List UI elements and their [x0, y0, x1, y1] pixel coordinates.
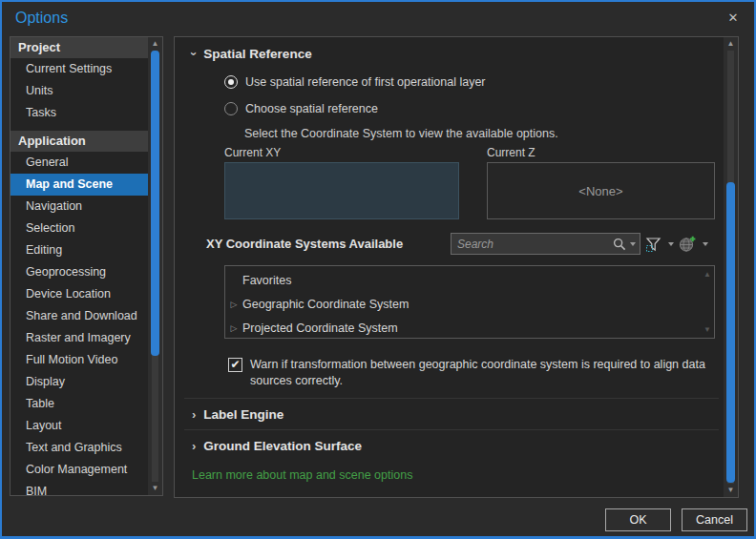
sidebar-group-application: Application [10, 131, 148, 152]
search-icon[interactable] [613, 238, 626, 251]
sidebar-item-table[interactable]: Table [10, 393, 148, 415]
sidebar-item-general[interactable]: General [10, 152, 148, 174]
close-icon[interactable]: ✕ [724, 9, 743, 28]
sidebar-item-geoprocessing[interactable]: Geoprocessing [10, 261, 148, 283]
globe-add-icon [679, 236, 696, 253]
sidebar-item-current-settings[interactable]: Current Settings [10, 58, 148, 80]
sidebar-item-units[interactable]: Units [10, 80, 148, 102]
sidebar-item-navigation[interactable]: Navigation [10, 196, 148, 218]
options-dialog: Options ✕ Project Current Settings Units… [0, 0, 756, 539]
current-xy-box[interactable] [224, 162, 459, 219]
radio-use-first-layer[interactable]: Use spatial reference of first operation… [224, 75, 486, 89]
sidebar-item-tasks[interactable]: Tasks [10, 102, 148, 124]
learn-more-link[interactable]: Learn more about map and scene options [192, 468, 412, 482]
section-title: Ground Elevation Surface [203, 439, 362, 453]
sidebar-item-display[interactable]: Display [10, 371, 148, 393]
current-z-box[interactable]: <None> [487, 162, 715, 219]
scroll-up-icon[interactable]: ▲ [724, 37, 738, 51]
list-item-projected-coordinate-system[interactable]: ▷ Projected Coordinate System [225, 316, 714, 340]
sidebar-item-full-motion-video[interactable]: Full Motion Video [10, 349, 148, 371]
cancel-button[interactable]: Cancel [682, 508, 747, 531]
options-main-panel: › Spatial Reference Use spatial referenc… [174, 36, 739, 498]
expander-icon[interactable]: ▷ [225, 323, 242, 333]
sidebar-item-map-and-scene[interactable]: Map and Scene [10, 174, 148, 196]
dialog-title: Options [15, 10, 68, 27]
section-divider [184, 429, 719, 430]
list-scroll-up-icon[interactable]: ▲ [704, 270, 711, 279]
chevron-right-icon: › [192, 407, 196, 422]
list-item-favorites[interactable]: Favorites [225, 268, 714, 292]
add-caret-icon [703, 242, 708, 246]
radio-label: Use spatial reference of first operation… [245, 75, 486, 89]
sidebar-item-raster-and-imagery[interactable]: Raster and Imagery [10, 327, 148, 349]
list-item-label: Favorites [242, 274, 291, 287]
chevron-right-icon: › [192, 439, 196, 453]
list-item-label: Projected Coordinate System [242, 321, 398, 335]
filter-icon [645, 237, 662, 253]
xy-coordinate-systems-label: XY Coordinate Systems Available [206, 237, 403, 251]
options-sidebar: Project Current Settings Units Tasks App… [10, 36, 163, 496]
section-title: Label Engine [203, 407, 284, 422]
sidebar-item-text-and-graphics[interactable]: Text and Graphics [10, 437, 148, 459]
expander-icon[interactable]: ▷ [225, 300, 242, 309]
scroll-down-icon[interactable]: ▼ [148, 482, 162, 495]
sidebar-scrollbar[interactable]: ▲ ▼ [148, 37, 162, 495]
coordinate-systems-list: ▲ Favorites ▷ Geographic Coordinate Syst… [224, 265, 715, 339]
main-scroll-thumb[interactable] [726, 182, 735, 483]
sidebar-list: Project Current Settings Units Tasks App… [10, 37, 148, 495]
sidebar-item-share-and-download[interactable]: Share and Download [10, 305, 148, 327]
radio-unselected-icon [224, 102, 238, 115]
section-ground-elevation-surface[interactable]: › Ground Elevation Surface [192, 439, 362, 453]
radio-selected-icon [224, 75, 238, 89]
section-spatial-reference[interactable]: › Spatial Reference [192, 47, 312, 61]
current-z-value: <None> [578, 184, 622, 198]
scroll-down-icon[interactable]: ▼ [724, 484, 738, 497]
list-scroll-down-icon[interactable]: ▼ [704, 325, 711, 334]
list-item-geographic-coordinate-system[interactable]: ▷ Geographic Coordinate System [225, 292, 714, 316]
current-z-label: Current Z [487, 146, 536, 159]
main-scrollbar[interactable]: ▲ ▼ [724, 37, 738, 497]
sidebar-item-device-location[interactable]: Device Location [10, 283, 148, 305]
sidebar-item-color-management[interactable]: Color Management [10, 459, 148, 481]
radio-choose-spatial-reference[interactable]: Choose spatial reference [224, 102, 378, 115]
radio-label: Choose spatial reference [245, 102, 378, 115]
search-input[interactable] [452, 238, 613, 251]
scroll-up-icon[interactable]: ▲ [148, 37, 162, 51]
list-item-label: Geographic Coordinate System [242, 298, 409, 311]
sidebar-scroll-thumb[interactable] [151, 51, 159, 356]
ok-button[interactable]: OK [605, 508, 671, 531]
coordinate-system-helper-text: Select the Coordinate System to view the… [244, 127, 558, 140]
sidebar-item-selection[interactable]: Selection [10, 218, 148, 239]
sidebar-item-layout[interactable]: Layout [10, 415, 148, 437]
chevron-down-icon: › [187, 52, 201, 55]
filter-caret-icon [668, 242, 674, 246]
title-bar: Options ✕ [2, 2, 754, 34]
current-xy-label: Current XY [224, 146, 281, 159]
filter-button[interactable] [642, 233, 681, 256]
add-coordinate-system-button[interactable] [676, 233, 715, 256]
warn-transformation-checkbox[interactable]: ✔ [228, 358, 242, 372]
sidebar-group-project: Project [10, 37, 148, 58]
section-label-engine[interactable]: › Label Engine [192, 407, 284, 422]
coordinate-search-box [451, 233, 640, 255]
section-title: Spatial Reference [203, 47, 311, 61]
sidebar-item-bim[interactable]: BIM [10, 481, 148, 495]
search-options-caret-icon[interactable] [630, 242, 636, 246]
warn-transformation-label: Warn if transformation between geographi… [250, 357, 750, 389]
section-divider [184, 398, 719, 399]
sidebar-item-editing[interactable]: Editing [10, 239, 148, 261]
